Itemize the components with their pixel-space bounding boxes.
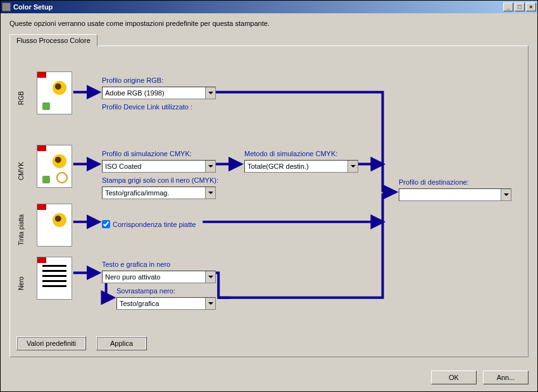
- intro-text: Queste opzioni verranno usate come impos…: [9, 20, 529, 27]
- window-title: Color Setup: [13, 3, 503, 11]
- checkbox-spot-match[interactable]: Corrispondenza tinte piatte: [102, 220, 196, 228]
- combo-cmyk-sim-profile-value: ISO Coated: [103, 162, 205, 170]
- flow-diagram: [10, 46, 528, 357]
- combo-gray-black-only-value: Testo/grafica/immag.: [103, 189, 205, 197]
- label-black-text-graphics: Testo e grafica in nero: [102, 260, 170, 268]
- apply-button[interactable]: Applica: [96, 336, 147, 350]
- combo-rgb-source-value: Adobe RGB (1998): [103, 89, 205, 97]
- combo-output-profile[interactable]: [399, 188, 511, 201]
- combo-cmyk-sim-method[interactable]: Totale(GCR destin.): [244, 160, 358, 173]
- thumb-cmyk-icon: [37, 145, 72, 188]
- label-gray-black-only: Stampa grigi solo con il nero (CMYK):: [102, 176, 218, 184]
- label-output-profile: Profilo di destinazione:: [399, 178, 469, 186]
- chevron-down-icon: [205, 298, 215, 309]
- combo-cmyk-sim-method-value: Totale(GCR destin.): [245, 162, 347, 170]
- ok-button[interactable]: OK: [431, 371, 477, 384]
- inner-button-row: Valori predefiniti Applica: [16, 336, 147, 350]
- close-button[interactable]: ×: [526, 3, 536, 11]
- combo-cmyk-sim-profile[interactable]: ISO Coated: [102, 160, 216, 173]
- chevron-down-icon: [205, 187, 215, 199]
- minimize-button[interactable]: _: [503, 3, 513, 11]
- chevron-down-icon: [501, 189, 511, 200]
- titlebar: Color Setup _ □ ×: [1, 1, 537, 13]
- section-label-cmyk: CMYK: [18, 152, 25, 190]
- cancel-button[interactable]: Ann...: [483, 371, 529, 384]
- chevron-down-icon: [205, 161, 215, 172]
- combo-black-text-graphics[interactable]: Nero puro attivato: [102, 271, 216, 283]
- thumb-spot-icon: [37, 204, 72, 247]
- section-label-spot: Tinta piatta: [18, 207, 25, 252]
- chevron-down-icon: [205, 271, 215, 283]
- content-area: Queste opzioni verranno usate come impos…: [1, 13, 537, 364]
- window-buttons: _ □ ×: [503, 3, 536, 11]
- dialog-footer: OK Ann...: [1, 364, 537, 391]
- label-cmyk-sim-profile: Profilo di simulazione CMYK:: [102, 150, 192, 157]
- defaults-button[interactable]: Valori predefiniti: [16, 336, 86, 350]
- thumb-rgb-icon: [37, 71, 72, 114]
- label-cmyk-sim-method: Metodo di simulazione CMYK:: [244, 150, 337, 157]
- chevron-down-icon: [347, 161, 358, 172]
- label-rgb-source: Profilo origine RGB:: [102, 77, 163, 84]
- checkbox-spot-match-input[interactable]: [102, 220, 110, 228]
- combo-gray-black-only[interactable]: Testo/grafica/immag.: [102, 187, 216, 199]
- maximize-button[interactable]: □: [515, 3, 525, 11]
- thumb-black-icon: [37, 257, 72, 300]
- combo-black-text-graphics-value: Nero puro attivato: [103, 273, 205, 281]
- tab-panel: RGB CMYK Tinta piatta Nero Profilo origi…: [9, 46, 529, 357]
- chevron-down-icon: [205, 87, 215, 99]
- tab-header: Flusso Processo Colore: [9, 34, 529, 46]
- label-device-link: Profilo Device Link utilizzato :: [102, 103, 192, 111]
- tab-color-flow[interactable]: Flusso Processo Colore: [9, 34, 97, 46]
- combo-rgb-source[interactable]: Adobe RGB (1998): [102, 87, 216, 99]
- color-setup-window: Color Setup _ □ × Queste opzioni verrann…: [0, 0, 538, 392]
- app-icon: [2, 3, 11, 11]
- combo-black-overprint-value: Testo/grafica: [117, 300, 205, 307]
- label-black-overprint: Sovrastampa nero:: [116, 287, 175, 295]
- section-label-rgb: RGB: [18, 79, 25, 117]
- checkbox-spot-match-label: Corrispondenza tinte piatte: [113, 221, 196, 228]
- combo-black-overprint[interactable]: Testo/grafica: [116, 297, 216, 310]
- section-label-black: Nero: [18, 264, 25, 302]
